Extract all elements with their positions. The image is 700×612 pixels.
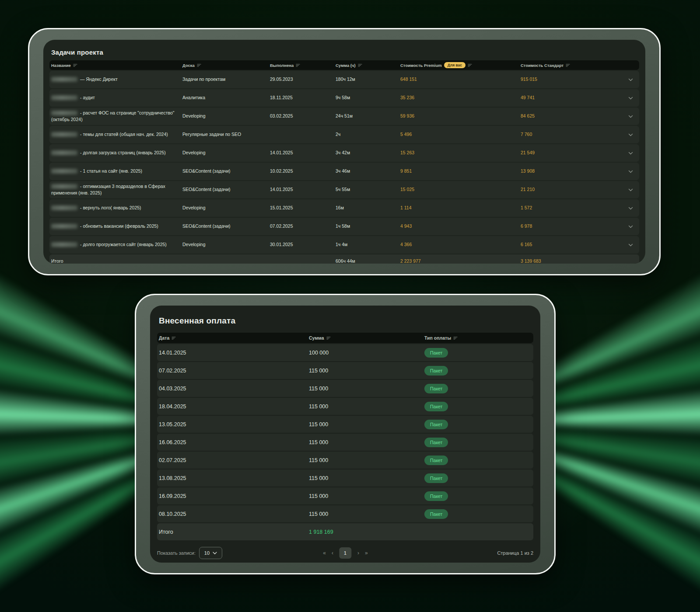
last-page-button[interactable]: »: [365, 550, 368, 556]
payment-amount-cell: 115 000: [307, 493, 423, 499]
table-row: - 1 статья на сайт (янв. 2025) SEO&Conte…: [49, 163, 639, 180]
row-expand-button[interactable]: [611, 170, 639, 173]
premium-cost-cell: 4 366: [399, 241, 519, 248]
payments-panel: Внесенная оплата ДатаСуммаТип оплаты 14.…: [150, 306, 540, 563]
page-title-tasks: Задачи проекта: [51, 49, 637, 56]
page-size-label: Показать записи:: [157, 550, 196, 556]
chevron-down-icon: [628, 225, 633, 228]
table-row: 14.01.2025 100 000 Пакет: [157, 344, 533, 361]
package-badge: Пакет: [424, 438, 448, 447]
task-name-cell: - 1 статья на сайт (янв. 2025): [49, 168, 181, 174]
task-name-cell: - расчет ФОС на странице "сотрудничество…: [49, 110, 181, 123]
payment-amount-cell: 115 000: [307, 421, 423, 428]
sort-icon[interactable]: [296, 63, 301, 67]
total-hours: 606ч 44м: [334, 258, 399, 264]
done-date-cell: 14.01.2025: [268, 186, 334, 193]
table-row: 16.09.2025 115 000 Пакет: [157, 487, 533, 504]
prev-page-button[interactable]: ‹: [332, 550, 333, 556]
hours-cell: 9ч 58м: [334, 94, 399, 101]
premium-cost-cell: 15 263: [399, 150, 519, 156]
row-expand-button[interactable]: [611, 78, 639, 81]
row-expand-button[interactable]: [611, 243, 639, 247]
premium-cost-cell: 648 151: [399, 76, 519, 83]
chevron-down-icon: [628, 170, 633, 173]
sort-icon[interactable]: [326, 336, 331, 340]
sort-icon[interactable]: [197, 63, 202, 67]
table-row: - оптимизация 3 подразделов в Сферах при…: [49, 181, 639, 198]
current-page-button[interactable]: 1: [339, 547, 351, 559]
row-expand-button[interactable]: [611, 207, 639, 210]
payments-window: Внесенная оплата ДатаСуммаТип оплаты 14.…: [135, 294, 556, 574]
row-expand-button[interactable]: [611, 133, 639, 136]
done-date-cell: 07.02.2025: [268, 223, 334, 230]
censored-client-name: [51, 150, 77, 155]
column-header[interactable]: Выполнена: [268, 63, 334, 68]
payment-type-cell: Пакет: [423, 420, 533, 429]
board-cell: Регулярные задачи по SEO: [181, 131, 268, 138]
column-header[interactable]: Сумма: [307, 335, 423, 341]
table-row: 02.07.2025 115 000 Пакет: [157, 452, 533, 469]
table-row: 07.02.2025 115 000 Пакет: [157, 362, 533, 379]
payment-amount-cell: 115 000: [307, 457, 423, 463]
table-row: - аудит Аналитика 18.11.2025 9ч 58м 35 2…: [49, 89, 639, 107]
row-expand-button[interactable]: [611, 188, 639, 191]
row-expand-button[interactable]: [611, 115, 639, 118]
premium-cost-cell: 5 496: [399, 131, 519, 138]
first-page-button[interactable]: «: [323, 550, 326, 556]
censored-client-name: [51, 205, 77, 210]
column-header[interactable]: Стоимость PremiumДля вас: [399, 62, 519, 68]
standard-cost-cell: 13 908: [519, 168, 611, 174]
row-expand-button[interactable]: [611, 152, 639, 155]
standard-cost-cell: 6 978: [519, 223, 611, 230]
payments-table-body: 14.01.2025 100 000 Пакет 07.02.2025 115 …: [157, 344, 533, 522]
column-header[interactable]: Сумма (ч): [334, 63, 399, 68]
done-date-cell: 03.02.2025: [268, 113, 334, 119]
payment-type-cell: Пакет: [423, 384, 533, 393]
done-date-cell: 15.01.2025: [268, 205, 334, 211]
sort-icon[interactable]: [566, 63, 570, 67]
chevron-down-icon: [628, 78, 633, 81]
premium-cost-cell: 1 114: [399, 205, 519, 211]
task-name-cell: — Яндекс Директ: [49, 76, 181, 83]
standard-cost-cell: 1 572: [519, 205, 611, 211]
page-size-select[interactable]: 10: [199, 547, 222, 559]
row-expand-button[interactable]: [611, 97, 639, 100]
payment-amount-cell: 115 000: [307, 511, 423, 517]
payment-type-cell: Пакет: [423, 438, 533, 447]
board-cell: Developing: [181, 113, 268, 119]
next-page-button[interactable]: ›: [357, 550, 359, 556]
payment-type-cell: Пакет: [423, 366, 533, 376]
sort-icon[interactable]: [172, 336, 176, 340]
hours-cell: 2ч: [334, 131, 399, 138]
column-header[interactable]: Дата: [157, 335, 307, 341]
table-row: — Яндекс Директ Задачи по проектам 29.05…: [49, 71, 639, 88]
premium-cost-cell: 9 851: [399, 168, 519, 174]
board-cell: SEO&Content (задачи): [181, 168, 268, 174]
standard-cost-cell: 915 015: [519, 76, 611, 83]
sort-icon[interactable]: [358, 63, 363, 67]
column-header[interactable]: Доска: [181, 63, 268, 68]
chevron-down-icon: [628, 207, 633, 210]
sort-icon[interactable]: [468, 63, 472, 67]
chevron-down-icon: [628, 115, 633, 118]
sort-icon[interactable]: [453, 336, 458, 340]
row-expand-button[interactable]: [611, 225, 639, 228]
standard-cost-cell: 6 165: [519, 241, 611, 248]
hours-cell: 5ч 55м: [334, 186, 399, 193]
premium-cost-cell: 59 936: [399, 113, 519, 119]
task-name-cell: - обновить вакансии (февраль 2025): [49, 223, 181, 230]
task-name-cell: - вернуть лого( январь 2025): [49, 205, 181, 211]
censored-client-name: [51, 111, 77, 115]
censored-client-name: [51, 95, 77, 100]
column-header[interactable]: Стоимость Стандарт: [519, 63, 611, 68]
package-badge: Пакет: [424, 348, 448, 358]
sort-icon[interactable]: [73, 63, 78, 67]
column-header[interactable]: Тип оплаты: [423, 335, 533, 341]
table-row: - долго прогружается сайт (январь 2025) …: [49, 236, 639, 254]
hours-cell: 3ч 42м: [334, 150, 399, 156]
censored-client-name: [51, 77, 77, 82]
payment-date-cell: 16.09.2025: [157, 493, 307, 499]
total-amount: 1 918 169: [307, 529, 423, 535]
table-row: - обновить вакансии (февраль 2025) SEO&C…: [49, 218, 639, 235]
column-header[interactable]: Название: [49, 63, 181, 68]
